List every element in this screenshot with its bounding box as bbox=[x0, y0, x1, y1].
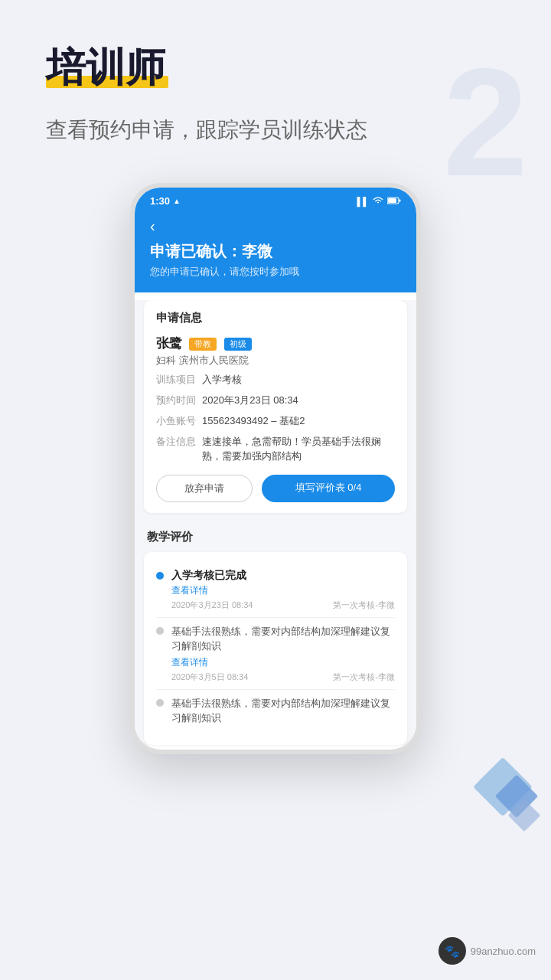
eval-item-0: 入学考核已完成 查看详情 2020年3月23日 08:34 第一次考核-李微 bbox=[156, 563, 395, 618]
label-project: 训练项目 bbox=[156, 372, 202, 388]
status-time: 1:30 ▲ bbox=[150, 195, 181, 207]
info-row-2: 小鱼账号 155623493492 – 基础2 bbox=[156, 413, 395, 430]
info-row-0: 训练项目 入学考核 bbox=[156, 372, 395, 388]
header-section: 培训师 查看预约申请，跟踪学员训练状态 bbox=[0, 0, 551, 160]
page-title: 培训师 bbox=[46, 45, 165, 90]
phone-content: 申请信息 张鹭 带教 初级 妇科 滨州市人民医院 训练项目 入学考核 预约时间 … bbox=[135, 300, 416, 744]
back-button[interactable]: ‹ bbox=[150, 217, 401, 235]
svg-rect-4 bbox=[388, 198, 396, 203]
eval-content-0: 入学考核已完成 查看详情 2020年3月23日 08:34 第一次考核-李微 bbox=[171, 569, 395, 611]
value-project: 入学考核 bbox=[202, 372, 395, 388]
wifi-icon bbox=[373, 197, 383, 206]
tag-初级: 初级 bbox=[224, 338, 252, 351]
app-header: ‹ 申请已确认：李微 您的申请已确认，请您按时参加哦 bbox=[135, 211, 416, 292]
eval-card: 入学考核已完成 查看详情 2020年3月23日 08:34 第一次考核-李微 基… bbox=[144, 552, 407, 745]
application-section-title: 申请信息 bbox=[156, 311, 395, 325]
eval-date-1: 2020年3月5日 08:34 bbox=[171, 671, 248, 683]
title-wrapper: 培训师 bbox=[46, 46, 165, 90]
eval-content-1: 基础手法很熟练，需要对内部结构加深理解建议复习解剖知识 查看详情 2020年3月… bbox=[171, 624, 395, 683]
eval-item-2: 基础手法很熟练，需要对内部结构加深理解建议复习解剖知识 bbox=[156, 690, 395, 734]
eval-item-1: 基础手法很熟练，需要对内部结构加深理解建议复习解剖知识 查看详情 2020年3月… bbox=[156, 618, 395, 690]
application-info-card: 申请信息 张鹭 带教 初级 妇科 滨州市人民医院 训练项目 入学考核 预约时间 … bbox=[144, 300, 407, 512]
app-header-title: 申请已确认：李微 bbox=[150, 241, 401, 262]
app-header-subtitle: 您的申请已确认，请您按时参加哦 bbox=[150, 265, 401, 279]
svg-rect-5 bbox=[399, 200, 401, 202]
eval-title-0: 入学考核已完成 bbox=[171, 569, 395, 583]
eval-content-2: 基础手法很熟练，需要对内部结构加深理解建议复习解剖知识 bbox=[171, 696, 395, 728]
dot-1 bbox=[156, 627, 164, 635]
eval-meta-1: 2020年3月5日 08:34 第一次考核-李微 bbox=[171, 671, 395, 683]
dot-2 bbox=[156, 699, 164, 707]
status-icons: ▌▌ bbox=[357, 195, 401, 207]
brand-logo: 🐾 bbox=[439, 937, 466, 965]
info-row-1: 预约时间 2020年3月23日 08:34 bbox=[156, 393, 395, 409]
action-buttons: 放弃申请 填写评价表 0/4 bbox=[156, 475, 395, 502]
branding: 🐾 99anzhuo.com bbox=[439, 937, 536, 965]
dot-0 bbox=[156, 572, 164, 580]
eval-date-0: 2020年3月23日 08:34 bbox=[171, 599, 253, 611]
fill-form-button[interactable]: 填写评价表 0/4 bbox=[262, 475, 395, 502]
label-note: 备注信息 bbox=[156, 434, 202, 464]
signal-icon: ▌▌ bbox=[357, 197, 369, 206]
eval-section-title: 教学评价 bbox=[135, 521, 416, 549]
eval-meta-right-1: 第一次考核-李微 bbox=[333, 671, 395, 683]
trainer-name: 张鹭 bbox=[156, 336, 182, 351]
eval-body-1: 基础手法很熟练，需要对内部结构加深理解建议复习解剖知识 bbox=[171, 624, 395, 654]
value-account: 155623493492 – 基础2 bbox=[202, 413, 395, 430]
time-display: 1:30 bbox=[150, 195, 170, 207]
nav-icon: ▲ bbox=[173, 197, 181, 205]
eval-meta-0: 2020年3月23日 08:34 第一次考核-李微 bbox=[171, 599, 395, 611]
abandon-button[interactable]: 放弃申请 bbox=[156, 475, 253, 502]
eval-link-0[interactable]: 查看详情 bbox=[171, 584, 395, 597]
label-time: 预约时间 bbox=[156, 393, 202, 409]
tag-带教: 带教 bbox=[189, 338, 217, 351]
brand-text: 99anzhuo.com bbox=[471, 946, 536, 957]
status-bar: 1:30 ▲ ▌▌ bbox=[135, 188, 416, 211]
battery-icon bbox=[387, 195, 401, 207]
value-note: 速速接单，急需帮助！学员基础手法很娴熟，需要加强内部结构 bbox=[202, 434, 395, 464]
phone-mockup: 1:30 ▲ ▌▌ ‹ 申请已确认：李微 您的申请已确认，请您按时参加哦 bbox=[130, 183, 421, 753]
eval-link-1[interactable]: 查看详情 bbox=[171, 656, 395, 669]
eval-meta-right-0: 第一次考核-李微 bbox=[333, 599, 395, 611]
eval-body-2: 基础手法很熟练，需要对内部结构加深理解建议复习解剖知识 bbox=[171, 696, 395, 726]
info-row-3: 备注信息 速速接单，急需帮助！学员基础手法很娴熟，需要加强内部结构 bbox=[156, 434, 395, 464]
page-subtitle: 查看预约申请，跟踪学员训练状态 bbox=[46, 116, 505, 145]
value-time: 2020年3月23日 08:34 bbox=[202, 393, 395, 409]
phone-container: 1:30 ▲ ▌▌ ‹ 申请已确认：李微 您的申请已确认，请您按时参加哦 bbox=[0, 183, 551, 753]
trainer-header: 张鹭 带教 初级 bbox=[156, 335, 395, 352]
dept-text: 妇科 滨州市人民医院 bbox=[156, 354, 395, 368]
label-account: 小鱼账号 bbox=[156, 413, 202, 430]
